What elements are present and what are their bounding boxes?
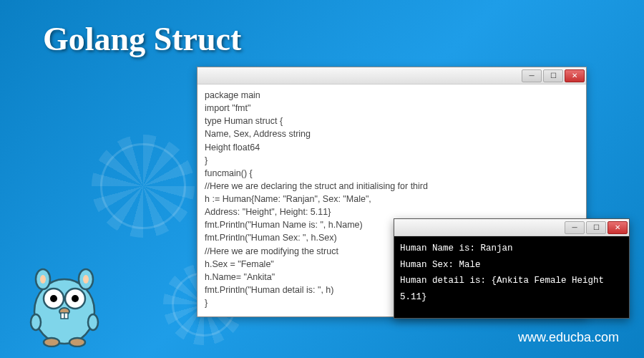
svg-point-3: [40, 275, 46, 284]
window-titlebar: ─ ☐ ✕: [197, 67, 586, 84]
golang-gopher-icon: [21, 254, 107, 347]
svg-point-13: [88, 314, 98, 330]
svg-point-12: [31, 314, 41, 330]
footer-url: www.educba.com: [518, 330, 619, 345]
maximize-button[interactable]: ☐: [586, 221, 606, 234]
svg-point-8: [72, 295, 79, 302]
minimize-button[interactable]: ─: [522, 69, 542, 82]
window-titlebar: ─ ☐ ✕: [394, 219, 629, 236]
decorative-gear-icon: [100, 143, 186, 229]
terminal-window: ─ ☐ ✕ Human Name is: Ranjan Human Sex: M…: [394, 218, 630, 319]
svg-point-14: [44, 338, 59, 347]
svg-point-15: [69, 338, 85, 347]
svg-point-4: [83, 275, 89, 284]
close-button[interactable]: ✕: [608, 221, 628, 234]
page-title: Golang Struct: [43, 20, 241, 58]
maximize-button[interactable]: ☐: [543, 69, 563, 82]
terminal-output: Human Name is: Ranjan Human Sex: Male Hu…: [394, 236, 629, 309]
svg-point-7: [50, 295, 57, 302]
minimize-button[interactable]: ─: [565, 221, 585, 234]
close-button[interactable]: ✕: [565, 69, 585, 82]
